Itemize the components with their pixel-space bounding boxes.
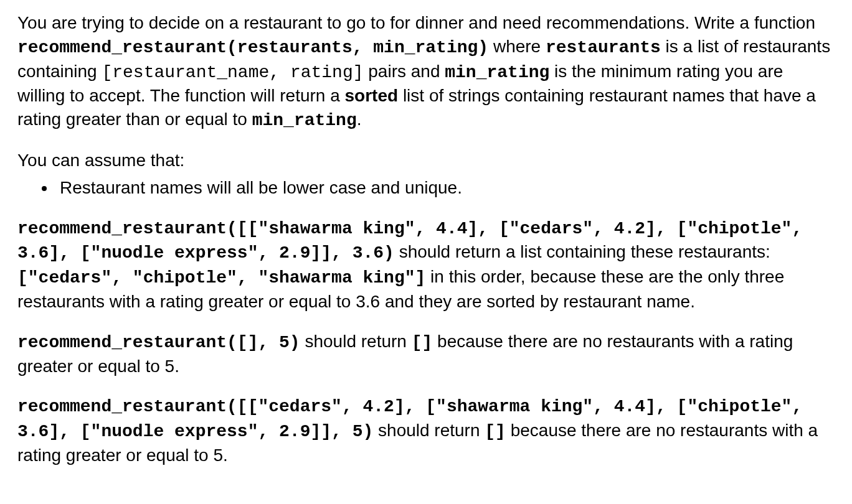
- assumption-item: Restaurant names will all be lower case …: [56, 176, 835, 200]
- example-2: recommend_restaurant([], 5) should retur…: [17, 330, 835, 378]
- code-param-restaurants: restaurants: [546, 38, 661, 57]
- code-result: ["cedars", "chipotle", "shawarma king"]: [17, 268, 425, 287]
- code-param-min-rating: min_rating: [252, 111, 357, 130]
- code-result: []: [485, 422, 506, 441]
- text: .: [357, 110, 362, 129]
- example-1: recommend_restaurant([["shawarma king", …: [17, 216, 835, 314]
- text: You are trying to decide on a restaurant…: [17, 13, 815, 32]
- code-result: []: [412, 333, 433, 352]
- assumptions-list: Restaurant names will all be lower case …: [17, 176, 835, 200]
- text: should return: [300, 332, 412, 351]
- assumptions-heading: You can assume that:: [17, 149, 835, 172]
- text: where: [488, 37, 546, 56]
- text: should return: [373, 421, 485, 440]
- code-function-signature: recommend_restaurant(restaurants, min_ra…: [17, 38, 488, 57]
- bold-sorted: sorted: [345, 86, 399, 105]
- example-3: recommend_restaurant([["cedars", 4.2], […: [17, 394, 835, 467]
- document-page: You are trying to decide on a restaurant…: [0, 0, 852, 504]
- code-pair-format: [restaurant_name, rating]: [102, 63, 363, 82]
- intro-paragraph: You are trying to decide on a restaurant…: [17, 11, 835, 133]
- code-param-min-rating: min_rating: [445, 63, 549, 82]
- code-call: recommend_restaurant([], 5): [17, 333, 300, 352]
- text: should return a list containing these re…: [394, 242, 770, 261]
- text: pairs and: [364, 62, 445, 81]
